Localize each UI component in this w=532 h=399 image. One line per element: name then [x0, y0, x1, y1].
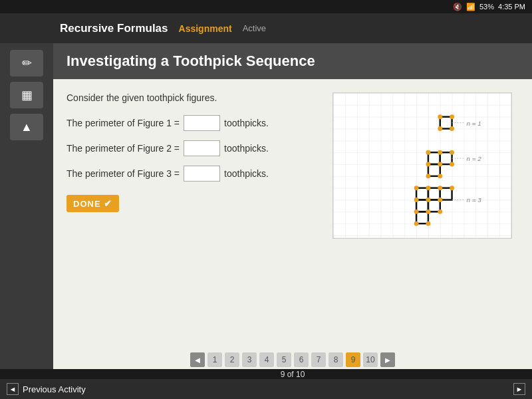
perimeter2-label: The perimeter of Figure 2 = [66, 143, 180, 154]
page-button-6[interactable]: 6 [294, 352, 309, 367]
svg-point-24 [426, 162, 430, 167]
prev-activity-label: Previous Activity [23, 384, 86, 394]
perimeter2-input[interactable] [184, 140, 220, 156]
bottom-bar: ◄ Previous Activity ► [0, 379, 532, 399]
pagination-controls: ◄ 1 2 3 4 5 6 7 8 9 10 ► [190, 352, 395, 367]
page-button-9[interactable]: 9 [346, 352, 360, 367]
svg-point-40 [438, 209, 442, 214]
scroll-up-button[interactable]: ▲ [10, 114, 43, 140]
wifi-icon: 📶 [466, 3, 475, 11]
time-display: 4:35 PM [498, 3, 525, 11]
svg-point-30 [426, 186, 430, 190]
page-button-8[interactable]: 8 [329, 352, 343, 367]
next-activity-button[interactable]: ► [513, 383, 525, 395]
calculator-tool-button[interactable]: ▦ [10, 82, 43, 108]
prev-page-button[interactable]: ◄ [190, 352, 205, 367]
perimeter3-suffix: toothpicks. [224, 168, 269, 179]
page-button-7[interactable]: 7 [311, 352, 326, 367]
svg-text:n = 1: n = 1 [466, 120, 481, 127]
svg-point-23 [450, 150, 454, 155]
calculator-icon: ▦ [21, 88, 33, 102]
svg-point-25 [438, 162, 442, 167]
consider-text: Consider the given toothpick figures. [66, 92, 319, 103]
svg-point-31 [438, 186, 442, 190]
content-title: Investigating a Toothpick Sequence [66, 53, 315, 69]
app-title: Recursive Formulas [60, 22, 168, 35]
assignment-label: Assignment [179, 23, 232, 34]
top-header: Recursive Formulas Assignment Active [0, 13, 532, 43]
up-arrow-icon: ▲ [21, 120, 33, 134]
mute-icon: 🔇 [453, 3, 462, 11]
sidebar: ✏ ▦ ▲ [0, 43, 53, 369]
pagination-bar: ◄ 1 2 3 4 5 6 7 8 9 10 ► 9 of 10 [53, 352, 532, 379]
perimeter-row-3: The perimeter of Figure 3 = toothpicks. [66, 166, 319, 182]
svg-text:n = 3: n = 3 [466, 196, 481, 203]
page-counter: 9 of 10 [281, 370, 305, 379]
perimeter3-label: The perimeter of Figure 3 = [66, 168, 180, 179]
perimeter3-input[interactable] [184, 166, 220, 182]
battery-status: 53% [479, 3, 494, 11]
svg-point-36 [414, 209, 419, 214]
svg-point-29 [414, 186, 419, 190]
prev-activity-arrow-icon: ◄ [7, 383, 19, 395]
page-button-10[interactable]: 10 [363, 352, 378, 367]
svg-point-32 [450, 186, 454, 190]
done-check-icon: ✔ [104, 198, 112, 209]
content-body: Consider the given toothpick figures. Th… [53, 79, 532, 369]
content-header: Investigating a Toothpick Sequence [53, 43, 532, 79]
svg-rect-0 [333, 93, 511, 238]
page-button-3[interactable]: 3 [242, 352, 257, 367]
done-button[interactable]: DONE ✔ [66, 195, 119, 212]
perimeter-row-1: The perimeter of Figure 1 = toothpicks. [66, 115, 319, 131]
next-activity-arrow-icon: ► [513, 383, 525, 395]
status-bar: 🔇 📶 53% 4:35 PM [0, 0, 532, 13]
next-page-button[interactable]: ► [380, 352, 395, 367]
perimeter1-suffix: toothpicks. [224, 118, 269, 128]
perimeter-row-2: The perimeter of Figure 2 = toothpicks. [66, 140, 319, 156]
svg-point-38 [414, 221, 419, 226]
active-label: Active [243, 23, 266, 33]
svg-point-22 [438, 150, 442, 155]
svg-point-27 [426, 174, 430, 178]
perimeter1-label: The perimeter of Figure 1 = [66, 118, 180, 128]
svg-point-37 [426, 209, 430, 214]
perimeter2-suffix: toothpicks. [224, 143, 269, 154]
main-content: Investigating a Toothpick Sequence Consi… [53, 43, 532, 369]
svg-point-39 [426, 221, 430, 226]
perimeter1-input[interactable] [184, 115, 220, 131]
svg-point-18 [450, 114, 454, 119]
page-button-2[interactable]: 2 [225, 352, 239, 367]
svg-point-35 [438, 198, 442, 202]
svg-point-17 [438, 114, 442, 119]
svg-point-34 [426, 198, 430, 202]
svg-point-20 [450, 126, 454, 131]
svg-point-19 [438, 126, 442, 131]
page-button-4[interactable]: 4 [259, 352, 274, 367]
prev-activity-button[interactable]: ◄ Previous Activity [7, 383, 86, 395]
page-button-5[interactable]: 5 [277, 352, 291, 367]
pencil-icon: ✏ [22, 56, 32, 70]
toothpick-figure: n = 1 n = 2 [332, 92, 512, 239]
pencil-tool-button[interactable]: ✏ [10, 50, 43, 76]
done-label: DONE [73, 199, 101, 209]
svg-text:n = 2: n = 2 [466, 155, 481, 162]
right-panel: n = 1 n = 2 [332, 92, 519, 356]
left-panel: Consider the given toothpick figures. Th… [66, 92, 319, 356]
svg-point-28 [438, 174, 442, 178]
svg-point-21 [426, 150, 430, 155]
svg-point-26 [450, 162, 454, 167]
page-button-1[interactable]: 1 [207, 352, 222, 367]
svg-point-33 [414, 198, 419, 202]
